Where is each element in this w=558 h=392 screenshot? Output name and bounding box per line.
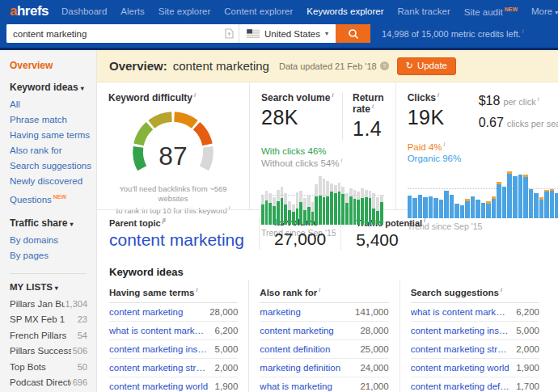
chart-bar: [518, 170, 523, 218]
paste-icon[interactable]: [221, 24, 239, 43]
chart-bar: [433, 170, 438, 218]
keyword-link[interactable]: content marketing definition: [411, 381, 510, 391]
keyword-link[interactable]: marketing: [260, 307, 301, 317]
keyword-ideas-heading: Keyword ideas: [97, 258, 558, 280]
sidebar: Overview Keyword ideas▾AllPhrase matchHa…: [0, 50, 97, 392]
table-row: what is content marketing6,200: [109, 322, 238, 340]
chart-bar: [349, 176, 353, 225]
clicks-card: Clicks 19K $18per click 0.67clicks per s…: [395, 82, 558, 209]
chart-bar: [544, 170, 549, 218]
clicks-value: 19K: [408, 106, 479, 129]
help-icon[interactable]: ?: [380, 61, 389, 70]
sidebar-item-by-pages[interactable]: By pages: [10, 248, 96, 263]
chart-bar: [408, 170, 412, 218]
traffic-potential-value: 5,400: [356, 230, 425, 250]
keyword-link[interactable]: content marketing institute: [411, 326, 510, 335]
ideas-table: Search suggestionswhat is content market…: [399, 280, 550, 392]
ideas-table-header: Having same terms: [109, 280, 238, 304]
table-row: content marketing strategy2,000: [411, 340, 539, 359]
chart-bar: [284, 176, 287, 225]
keyword-volume: 2,000: [516, 344, 539, 354]
my-list-item[interactable]: Pillars Jan Busi...1,304: [10, 297, 96, 313]
sidebar-item-search-suggestions[interactable]: Search suggestions: [10, 158, 96, 174]
list-count: 23: [78, 312, 87, 328]
chart-bar: [261, 176, 264, 225]
sidebar-section-title[interactable]: Traffic share▾: [10, 217, 96, 229]
keyword-link[interactable]: content definition: [260, 344, 330, 354]
keyword-link[interactable]: content marketing world: [411, 363, 509, 373]
update-button[interactable]: ↻ Update: [397, 57, 456, 75]
sidebar-item-questions[interactable]: QuestionsNEW: [10, 189, 96, 208]
sidebar-item-overview[interactable]: Overview: [10, 60, 96, 71]
chart-bar: [444, 170, 449, 218]
sidebar-item-all[interactable]: All: [10, 97, 96, 112]
my-list-item[interactable]: French Pillars54: [10, 328, 96, 344]
table-row: what is content marketing6,200: [411, 303, 539, 322]
chart-bar: [268, 176, 272, 225]
list-name: Pillars Success: [10, 344, 71, 360]
organic-label: Organic 96%: [408, 154, 558, 163]
keyword-volume: 5,000: [215, 344, 239, 354]
chart-bar: [292, 176, 295, 225]
ahrefs-logo[interactable]: ahrefs: [10, 3, 49, 19]
table-row: content definition25,000: [260, 340, 388, 359]
sidebar-section-title[interactable]: Keyword ideas▾: [10, 82, 96, 93]
list-count: 50: [78, 360, 87, 376]
nav-item[interactable]: Site explorer: [159, 6, 211, 16]
keyword-volume: 5,000: [516, 326, 539, 335]
nav-item[interactable]: Alerts: [120, 6, 144, 16]
chart-bar: [376, 176, 379, 225]
keyword-difficulty-card: Keyword difficulty 87 You'll need backli…: [97, 82, 249, 209]
volume-title: Search volume: [261, 92, 342, 103]
search-button[interactable]: [336, 24, 370, 43]
table-row: content marketing world1,900: [109, 377, 238, 392]
keyword-link[interactable]: content marketing: [109, 307, 183, 317]
nav-item[interactable]: Content explorer: [224, 6, 293, 16]
sidebar-item-newly-discovered[interactable]: Newly discovered: [10, 174, 96, 189]
keyword-volume: 6,200: [215, 326, 239, 335]
nav-item[interactable]: More▾: [531, 6, 558, 16]
keyword-link[interactable]: content marketing: [260, 326, 333, 335]
my-list-item[interactable]: Pillars Success506: [10, 344, 96, 360]
chart-bar: [454, 170, 459, 218]
table-row: marketing141,000: [260, 303, 388, 322]
sidebar-item-phrase-match[interactable]: Phrase match: [10, 112, 96, 128]
keyword-link[interactable]: marketing definition: [260, 363, 340, 373]
nav-item[interactable]: Rank tracker: [398, 6, 450, 16]
return-rate-value: 1.4: [353, 117, 384, 141]
chart-bar: [265, 176, 268, 225]
list-name: SP MX Feb 1: [10, 312, 65, 328]
nav-item[interactable]: Site auditNEW: [464, 6, 518, 17]
my-list-item[interactable]: Podcast Directory696: [10, 375, 96, 391]
keyword-link[interactable]: what is content marketing: [411, 307, 510, 317]
keyword-link[interactable]: content marketing institute: [109, 344, 209, 354]
keyword-link[interactable]: content marketing strategy: [109, 363, 209, 373]
my-list-item[interactable]: SP MX Feb 123: [10, 312, 96, 328]
sidebar-item-also-rank-for[interactable]: Also rank for: [10, 143, 96, 158]
chart-bar: [486, 170, 491, 218]
nav-item[interactable]: Keywords explorer: [306, 6, 383, 16]
sidebar-section: Traffic share▾By domainsBy pages: [10, 217, 96, 263]
keyword-link[interactable]: content marketing strategy: [411, 344, 510, 354]
chart-bar: [311, 176, 315, 225]
keyword-link[interactable]: content marketing world: [109, 381, 208, 391]
clicks-title: Clicks: [408, 92, 479, 103]
nav-item[interactable]: Dashboard: [61, 6, 107, 16]
table-row: content marketing institute5,000: [109, 340, 238, 359]
my-lists-title[interactable]: MY LISTS▾: [10, 282, 96, 292]
country-select[interactable]: United States ▾: [239, 24, 336, 43]
keyword-volume: 28,000: [360, 326, 388, 335]
keyword-link[interactable]: what is marketing: [260, 381, 332, 391]
keyword-volume: 24,000: [360, 363, 388, 373]
table-row: what is marketing21,000: [260, 377, 388, 392]
keyword-link[interactable]: what is content marketing: [109, 326, 209, 335]
chart-bar: [539, 170, 544, 218]
my-list-item[interactable]: Top Bots50: [10, 360, 96, 376]
keyword-search-input[interactable]: [6, 24, 221, 43]
sidebar-item-by-domains[interactable]: By domains: [10, 233, 96, 248]
kd-title: Keyword difficulty: [108, 92, 238, 103]
chart-bar: [380, 176, 383, 225]
parent-topic-link[interactable]: content marketing: [109, 230, 244, 250]
caret-down-icon: ▾: [325, 30, 328, 37]
sidebar-item-having-same-terms[interactable]: Having same terms: [10, 128, 96, 143]
